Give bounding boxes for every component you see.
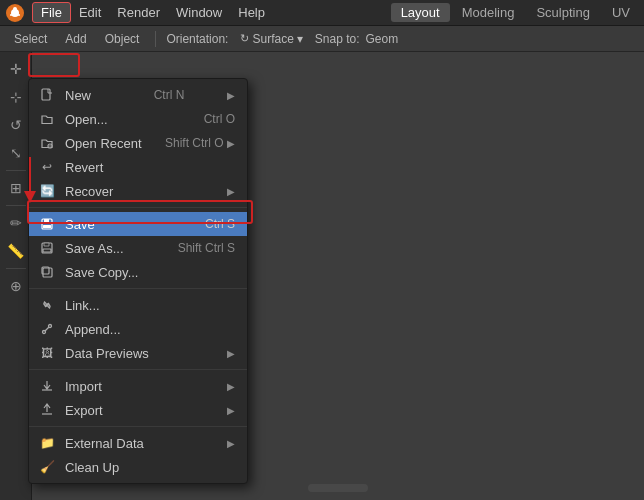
select-button[interactable]: Select xyxy=(8,31,53,47)
scrollbar[interactable] xyxy=(308,484,368,492)
svg-rect-7 xyxy=(44,219,49,222)
add-mesh-button[interactable]: ⊕ xyxy=(3,273,29,299)
save-copy-label: Save Copy... xyxy=(65,265,138,280)
external-data-arrow-icon: ▶ xyxy=(227,438,235,449)
new-shortcut: Ctrl N xyxy=(134,88,185,102)
menu-item-open-recent[interactable]: Open Recent Shift Ctrl O ▶ xyxy=(29,131,247,155)
save-icon xyxy=(37,214,57,234)
object-button[interactable]: Object xyxy=(99,31,146,47)
rotate-tool-button[interactable]: ↺ xyxy=(3,112,29,138)
open-label: Open... xyxy=(65,112,108,127)
menu-item-append[interactable]: Append... xyxy=(29,317,247,341)
menu-item-new[interactable]: New Ctrl N ▶ xyxy=(29,83,247,107)
revert-label: Revert xyxy=(65,160,103,175)
menu-file[interactable]: File xyxy=(32,2,71,23)
svg-rect-11 xyxy=(43,249,51,252)
save-as-label: Save As... xyxy=(65,241,124,256)
append-icon xyxy=(37,319,57,339)
revert-icon: ↩ xyxy=(37,157,57,177)
new-file-icon xyxy=(37,85,57,105)
surface-label: Surface xyxy=(252,32,293,46)
separator-2 xyxy=(29,288,247,289)
export-icon xyxy=(37,400,57,420)
blender-logo-icon[interactable] xyxy=(4,2,26,24)
menu-help[interactable]: Help xyxy=(230,3,273,22)
annotate-tool-button[interactable]: ✏ xyxy=(3,210,29,236)
measure-tool-button[interactable]: 📏 xyxy=(3,238,29,264)
workspace-tabs: Layout Modeling Sculpting UV xyxy=(391,3,640,22)
tab-modeling[interactable]: Modeling xyxy=(452,3,525,22)
menu-item-save-as[interactable]: Save As... Shift Ctrl S xyxy=(29,236,247,260)
export-arrow-icon: ▶ xyxy=(227,405,235,416)
menubar: File Edit Render Window Help Layout Mode… xyxy=(0,0,644,26)
tab-uv[interactable]: UV xyxy=(602,3,640,22)
svg-rect-8 xyxy=(43,225,51,228)
import-arrow-icon: ▶ xyxy=(227,381,235,392)
save-as-icon xyxy=(37,238,57,258)
data-previews-arrow-icon: ▶ xyxy=(227,348,235,359)
import-label: Import xyxy=(65,379,102,394)
separator-4 xyxy=(29,426,247,427)
open-recent-arrow-icon: ▶ xyxy=(227,138,235,149)
append-label: Append... xyxy=(65,322,121,337)
toolbar2: Select Add Object Orientation: ↻ Surface… xyxy=(0,26,644,52)
menu-item-cleanup[interactable]: 🧹 Clean Up xyxy=(29,455,247,479)
toolbar-divider xyxy=(155,31,156,47)
toolbar-separator-2 xyxy=(6,205,26,206)
orientation-dropdown[interactable]: ↻ Surface ▾ xyxy=(234,31,308,47)
menu-item-open[interactable]: Open... Ctrl O xyxy=(29,107,247,131)
cursor-tool-button[interactable]: ✛ xyxy=(3,56,29,82)
new-label: New xyxy=(65,88,91,103)
move-tool-button[interactable]: ⊹ xyxy=(3,84,29,110)
scale-tool-button[interactable]: ⤡ xyxy=(3,140,29,166)
menu-item-link[interactable]: Link... xyxy=(29,293,247,317)
transform-tool-button[interactable]: ⊞ xyxy=(3,175,29,201)
menu-item-external-data[interactable]: 📁 External Data ▶ xyxy=(29,431,247,455)
svg-point-15 xyxy=(49,325,52,328)
link-icon xyxy=(37,295,57,315)
menu-item-save-copy[interactable]: Save Copy... xyxy=(29,260,247,284)
svg-point-2 xyxy=(13,7,17,11)
menu-item-recover[interactable]: 🔄 Recover ▶ xyxy=(29,179,247,203)
link-label: Link... xyxy=(65,298,100,313)
save-as-shortcut: Shift Ctrl S xyxy=(158,241,235,255)
open-shortcut: Ctrl O xyxy=(184,112,235,126)
recover-arrow-icon: ▶ xyxy=(227,186,235,197)
menu-edit[interactable]: Edit xyxy=(71,3,109,22)
open-recent-icon xyxy=(37,133,57,153)
svg-rect-13 xyxy=(42,267,49,274)
geom-label: Geom xyxy=(366,32,399,46)
new-arrow-icon: ▶ xyxy=(227,90,235,101)
toolbar-separator xyxy=(6,170,26,171)
open-recent-shortcut: Shift Ctrl O xyxy=(145,136,224,150)
recover-icon: 🔄 xyxy=(37,181,57,201)
import-icon xyxy=(37,376,57,396)
menu-item-save[interactable]: Save Ctrl S xyxy=(29,212,247,236)
menu-item-export[interactable]: Export ▶ xyxy=(29,398,247,422)
external-data-icon: 📁 xyxy=(37,433,57,453)
menu-render[interactable]: Render xyxy=(109,3,168,22)
add-button[interactable]: Add xyxy=(59,31,92,47)
separator-3 xyxy=(29,369,247,370)
separator-1 xyxy=(29,207,247,208)
refresh-icon: ↻ xyxy=(240,32,249,45)
toolbar-separator-3 xyxy=(6,268,26,269)
menu-item-data-previews[interactable]: 🖼 Data Previews ▶ xyxy=(29,341,247,365)
export-label: Export xyxy=(65,403,103,418)
svg-point-14 xyxy=(43,331,46,334)
menu-item-revert[interactable]: ↩ Revert xyxy=(29,155,247,179)
save-shortcut: Ctrl S xyxy=(185,217,235,231)
main-area: ✛ ⊹ ↺ ⤡ ⊞ ✏ 📏 ⊕ New xyxy=(0,52,644,500)
save-label: Save xyxy=(65,217,95,232)
tab-layout[interactable]: Layout xyxy=(391,3,450,22)
menu-item-import[interactable]: Import ▶ xyxy=(29,374,247,398)
data-previews-label: Data Previews xyxy=(65,346,149,361)
open-icon xyxy=(37,109,57,129)
save-copy-icon xyxy=(37,262,57,282)
data-previews-icon: 🖼 xyxy=(37,343,57,363)
tab-sculpting[interactable]: Sculpting xyxy=(526,3,599,22)
snap-label: Snap to: xyxy=(315,32,360,46)
external-data-label: External Data xyxy=(65,436,144,451)
menu-window[interactable]: Window xyxy=(168,3,230,22)
orientation-label: Orientation: xyxy=(166,32,228,46)
